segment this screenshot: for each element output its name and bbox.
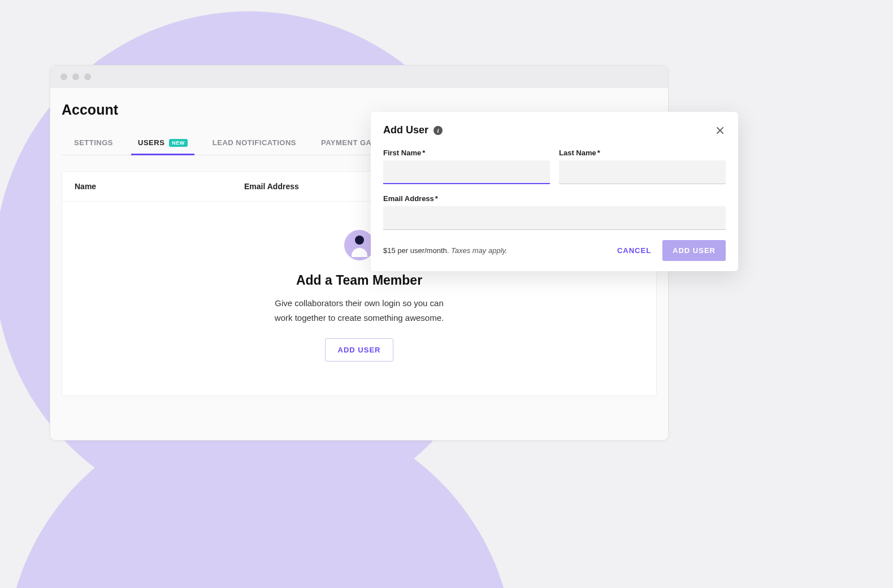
window-titlebar bbox=[50, 66, 668, 88]
tab-lead-notifications-label: LEAD NOTIFICATIONS bbox=[213, 138, 296, 147]
first-name-field-group: First Name* bbox=[383, 149, 550, 184]
tab-payment-gateway[interactable]: PAYMENT GAT bbox=[321, 130, 376, 155]
modal-title: Add User bbox=[383, 124, 428, 136]
tab-payment-gateway-label: PAYMENT GAT bbox=[321, 138, 376, 147]
last-name-label-text: Last Name bbox=[559, 149, 596, 157]
traffic-light-zoom[interactable] bbox=[84, 73, 91, 80]
email-label-text: Email Address bbox=[383, 194, 434, 203]
first-name-input[interactable] bbox=[383, 160, 550, 184]
tax-note: Taxes may apply. bbox=[451, 246, 508, 255]
last-name-input[interactable] bbox=[559, 160, 726, 184]
first-name-label-text: First Name bbox=[383, 149, 421, 157]
email-field-group: Email Address* bbox=[383, 194, 726, 230]
required-mark: * bbox=[422, 149, 425, 157]
new-badge: NEW bbox=[169, 139, 188, 147]
info-icon[interactable]: i bbox=[434, 126, 443, 135]
required-mark: * bbox=[435, 194, 438, 203]
avatar-icon bbox=[344, 230, 375, 260]
price-text: $15 per user/month. bbox=[383, 246, 449, 255]
email-input[interactable] bbox=[383, 206, 726, 230]
modal-header: Add User i bbox=[383, 124, 726, 136]
traffic-light-minimize[interactable] bbox=[72, 73, 79, 80]
empty-state-description: Give collaborators their own login so yo… bbox=[275, 296, 444, 325]
cancel-button[interactable]: CANCEL bbox=[617, 246, 651, 255]
traffic-light-close[interactable] bbox=[60, 73, 67, 80]
tab-settings-label: SETTINGS bbox=[74, 138, 113, 147]
empty-state-title: Add a Team Member bbox=[73, 273, 645, 288]
tab-users[interactable]: USERS NEW bbox=[138, 130, 188, 155]
required-mark: * bbox=[597, 149, 600, 157]
close-icon[interactable] bbox=[714, 125, 726, 136]
tab-users-label: USERS bbox=[138, 138, 164, 147]
price-note: $15 per user/month. Taxes may apply. bbox=[383, 246, 508, 255]
email-label: Email Address* bbox=[383, 194, 726, 203]
modal-actions: CANCEL ADD USER bbox=[617, 240, 726, 261]
first-name-label: First Name* bbox=[383, 149, 550, 157]
column-header-name: Name bbox=[75, 182, 244, 191]
tab-lead-notifications[interactable]: LEAD NOTIFICATIONS bbox=[213, 130, 296, 155]
tab-settings[interactable]: SETTINGS bbox=[74, 130, 113, 155]
modal-footer: $15 per user/month. Taxes may apply. CAN… bbox=[383, 240, 726, 261]
last-name-label: Last Name* bbox=[559, 149, 726, 157]
add-user-button[interactable]: ADD USER bbox=[325, 338, 394, 361]
add-user-modal: Add User i First Name* Last Name* Email … bbox=[371, 112, 738, 271]
last-name-field-group: Last Name* bbox=[559, 149, 726, 184]
submit-add-user-button[interactable]: ADD USER bbox=[662, 240, 726, 261]
